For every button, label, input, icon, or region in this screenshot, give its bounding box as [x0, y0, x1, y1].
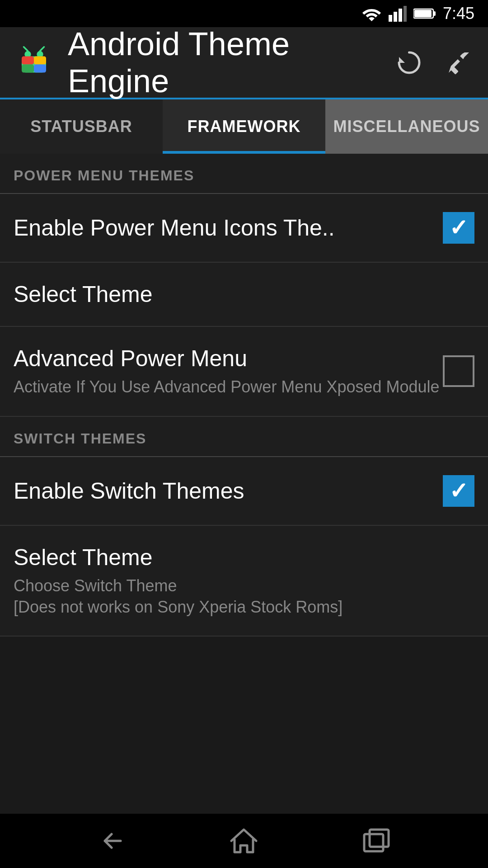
row-advanced-power-menu-title: Advanced Power Menu	[14, 345, 443, 372]
tab-misc[interactable]: MISCELLANEOUS	[325, 99, 488, 154]
svg-line-12	[24, 47, 28, 51]
app-bar-actions	[393, 47, 474, 78]
tabs-bar: STATUSBAR FRAMEWORK MISCELLANEOUS	[0, 99, 488, 154]
status-icons: 7:45	[361, 4, 474, 23]
svg-rect-15	[34, 57, 46, 65]
section-header-text-switch-themes: SWITCH THEMES	[14, 430, 146, 447]
content-area: POWER MENU THEMES Enable Power Menu Icon…	[0, 154, 488, 637]
battery-icon	[413, 7, 436, 20]
svg-rect-14	[22, 57, 34, 65]
row-enable-power-menu-icons[interactable]: Enable Power Menu Icons The..	[0, 194, 488, 263]
signal-icon	[389, 6, 407, 22]
app-logo	[14, 42, 54, 83]
svg-rect-20	[364, 834, 383, 851]
refresh-button[interactable]	[393, 47, 425, 78]
nav-home-button[interactable]	[221, 823, 267, 859]
settings-button[interactable]	[443, 47, 474, 78]
section-header-text-power-menu: POWER MENU THEMES	[14, 167, 194, 184]
svg-rect-17	[34, 65, 46, 73]
svg-rect-16	[22, 65, 34, 73]
section-header-switch-themes: SWITCH THEMES	[0, 417, 488, 457]
nav-recents-button[interactable]	[354, 823, 399, 859]
svg-rect-2	[399, 9, 402, 22]
row-enable-power-menu-icons-title: Enable Power Menu Icons The..	[14, 214, 443, 241]
svg-rect-0	[389, 15, 392, 22]
row-select-theme-power[interactable]: Select Theme	[0, 263, 488, 327]
app-bar: Android Theme Engine	[0, 27, 488, 99]
row-select-theme-power-text: Select Theme	[14, 281, 474, 308]
checkbox-advanced-power-menu[interactable]	[443, 355, 474, 387]
row-advanced-power-menu-text: Advanced Power Menu Activate If You Use …	[14, 345, 443, 398]
svg-marker-18	[399, 57, 405, 63]
row-select-theme-switch-title: Select Theme	[14, 544, 474, 571]
row-select-theme-power-title: Select Theme	[14, 281, 474, 308]
status-bar: 7:45	[0, 0, 488, 27]
row-select-theme-switch-text: Select Theme Choose Switch Theme[Does no…	[14, 544, 474, 618]
svg-rect-21	[370, 830, 389, 847]
row-enable-power-menu-icons-text: Enable Power Menu Icons The..	[14, 214, 443, 241]
svg-rect-5	[433, 11, 436, 16]
row-select-theme-switch[interactable]: Select Theme Choose Switch Theme[Does no…	[0, 526, 488, 637]
app-title: Android Theme Engine	[68, 25, 393, 99]
row-advanced-power-menu[interactable]: Advanced Power Menu Activate If You Use …	[0, 327, 488, 417]
tab-framework[interactable]: FRAMEWORK	[163, 99, 325, 154]
checkbox-enable-switch-themes[interactable]	[443, 475, 474, 507]
row-enable-switch-themes[interactable]: Enable Switch Themes	[0, 457, 488, 526]
wifi-icon	[361, 6, 382, 22]
section-header-power-menu: POWER MENU THEMES	[0, 154, 488, 194]
nav-back-button[interactable]	[89, 823, 134, 859]
row-enable-switch-themes-text: Enable Switch Themes	[14, 477, 443, 505]
checkbox-enable-power-menu-icons[interactable]	[443, 212, 474, 244]
svg-rect-6	[414, 10, 432, 17]
status-time: 7:45	[443, 4, 474, 23]
svg-line-13	[40, 47, 44, 51]
row-advanced-power-menu-subtitle: Activate If You Use Advanced Power Menu …	[14, 377, 443, 398]
tab-statusbar[interactable]: STATUSBAR	[0, 99, 163, 154]
nav-bar	[0, 814, 488, 868]
svg-rect-3	[404, 6, 407, 22]
row-select-theme-switch-subtitle: Choose Switch Theme[Does not works on So…	[14, 576, 474, 618]
row-enable-switch-themes-title: Enable Switch Themes	[14, 477, 443, 505]
svg-rect-1	[394, 12, 397, 22]
